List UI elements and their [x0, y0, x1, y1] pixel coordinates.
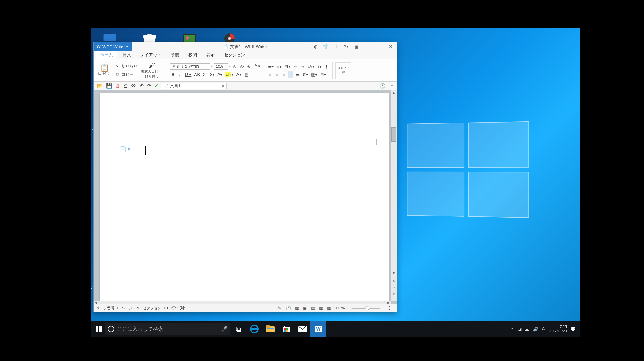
copy-icon[interactable]: ⧉: [115, 71, 120, 78]
strike-button[interactable]: AB: [193, 71, 201, 78]
qat-right-icon-1[interactable]: 🕒: [379, 83, 386, 89]
increase-indent-button[interactable]: ⇥: [299, 63, 305, 70]
superscript-button[interactable]: X²: [202, 71, 208, 78]
save-icon[interactable]: 💾: [105, 83, 113, 89]
export-pdf-icon[interactable]: ⎙: [115, 83, 120, 89]
align-justify-button[interactable]: ≣: [288, 71, 293, 78]
close-button[interactable]: ✕: [387, 44, 394, 49]
decrease-indent-button[interactable]: ⇤: [293, 63, 298, 70]
char-shading-button[interactable]: A▾: [236, 71, 242, 78]
status-section[interactable]: セクション: 1/1: [143, 306, 168, 311]
scroll-right-icon[interactable]: ▶: [387, 301, 390, 304]
sort-button[interactable]: ↕▾: [317, 63, 323, 70]
zoom-out-button[interactable]: −: [347, 306, 349, 310]
underline-button[interactable]: U ▾: [184, 71, 192, 78]
scroll-up-icon[interactable]: ▲: [391, 90, 397, 95]
titlebar-icon-3[interactable]: ⁝: [332, 44, 340, 49]
zoom-slider[interactable]: [351, 308, 380, 309]
grow-font-icon[interactable]: A▴: [232, 63, 238, 70]
page[interactable]: 📄 ▾: [100, 93, 389, 301]
qat-right-icon-2[interactable]: ↗: [389, 83, 394, 89]
dropdown-icon[interactable]: ▾: [211, 65, 213, 68]
fit-width-icon[interactable]: ⛶: [388, 305, 394, 311]
view-print-icon[interactable]: ▦: [294, 305, 300, 311]
font-name-select[interactable]: ＭＳ 明朝 (本文): [170, 63, 210, 70]
cut-icon[interactable]: ✂: [115, 63, 120, 70]
prev-page-icon[interactable]: ∧: [391, 278, 397, 284]
tab-reference[interactable]: 参照: [167, 51, 183, 59]
subscript-button[interactable]: X₂: [209, 71, 215, 78]
desktop[interactable]: コ Acr WPS Writer ▾ 📄 文書1 - WPS Writer ◐ …: [91, 28, 580, 337]
dropdown-icon[interactable]: ▾: [229, 65, 231, 68]
taskbar-clock[interactable]: 7:25 2017/11/23: [548, 325, 567, 333]
tray-onedrive-icon[interactable]: ☁: [525, 326, 529, 332]
document-tab[interactable]: 📄文書1 ×: [161, 83, 227, 89]
browse-object-icon[interactable]: ○: [391, 285, 397, 290]
taskbar-explorer[interactable]: [262, 321, 278, 337]
taskbar-search[interactable]: ここに入力して検索 🎤: [105, 323, 230, 335]
view-web-icon[interactable]: ▣: [302, 305, 308, 311]
status-position[interactable]: 行: 1 列: 1: [171, 306, 188, 311]
next-page-icon[interactable]: ∨: [391, 291, 397, 296]
status-language-icon[interactable]: 🕐: [285, 305, 292, 311]
tray-network-icon[interactable]: ◢: [518, 326, 521, 332]
minimize-button[interactable]: —: [366, 44, 374, 49]
tray-volume-icon[interactable]: 🔊: [533, 326, 538, 332]
scroll-left-icon[interactable]: ◀: [95, 301, 97, 304]
tab-view[interactable]: 表示: [202, 51, 219, 59]
print-icon[interactable]: 🖨: [122, 83, 129, 89]
borders-button[interactable]: ⊞▾: [319, 71, 327, 78]
taskbar-mail[interactable]: [294, 321, 310, 337]
clear-format-icon[interactable]: ◈: [246, 63, 252, 70]
help-icon[interactable]: ?▾: [343, 44, 350, 49]
microphone-icon[interactable]: 🎤: [221, 326, 227, 332]
scroll-thumb[interactable]: [391, 127, 396, 142]
horizontal-scrollbar[interactable]: ◀ ▶: [94, 301, 391, 304]
undo-icon[interactable]: ↶: [139, 83, 144, 89]
phonetic-guide-icon[interactable]: 字▾: [253, 63, 261, 70]
bullets-button[interactable]: ☰▾: [267, 63, 275, 70]
tab-layout[interactable]: レイアウト: [136, 51, 166, 59]
font-color-button[interactable]: A▾: [216, 71, 223, 78]
bold-button[interactable]: B: [170, 71, 176, 78]
align-left-button[interactable]: ≡: [267, 71, 273, 78]
tray-overflow-icon[interactable]: ＾: [510, 326, 514, 332]
task-view-button[interactable]: ⧉: [230, 321, 246, 337]
taskbar-edge[interactable]: [246, 321, 262, 337]
view-outline-icon[interactable]: ▤: [310, 305, 316, 311]
format-painter-group[interactable]: 🖌 書式のコピー/ 貼り付け: [139, 60, 164, 81]
align-center-button[interactable]: ≡: [274, 71, 280, 78]
show-marks-button[interactable]: ¶: [324, 63, 329, 70]
zoom-value[interactable]: 100 %: [334, 306, 345, 310]
tray-ime-icon[interactable]: A: [542, 326, 545, 332]
zoom-in-button[interactable]: ＋: [382, 306, 386, 311]
scroll-down-icon[interactable]: ▼: [391, 270, 397, 276]
taskbar-store[interactable]: [278, 321, 294, 337]
distribute-button[interactable]: ☰: [295, 71, 300, 78]
action-center-icon[interactable]: 💬: [570, 326, 576, 332]
shading-button[interactable]: ▦▾: [310, 71, 318, 78]
tab-review[interactable]: 校閲: [184, 51, 201, 59]
status-page[interactable]: ページ: 1/1: [121, 306, 140, 311]
new-tab-button[interactable]: ＋: [228, 83, 235, 89]
titlebar[interactable]: WPS Writer ▾ 📄 文書1 - WPS Writer ◐ 👕 ⁝ ?▾…: [94, 42, 397, 51]
status-page-number[interactable]: ページ番号: 1: [96, 306, 118, 311]
line-spacing-button[interactable]: ⇵▾: [301, 71, 309, 78]
align-right-button[interactable]: ≡: [281, 71, 287, 78]
ribbon-collapse-icon[interactable]: ▣: [353, 44, 360, 49]
vertical-scrollbar[interactable]: ▲ ▼ ∧ ○ ∨: [391, 90, 397, 301]
tab-home[interactable]: ホーム: [96, 51, 117, 59]
spellcheck-icon[interactable]: ✓: [154, 83, 159, 89]
start-button[interactable]: [93, 323, 105, 335]
font-size-select[interactable]: 10.5: [214, 63, 228, 70]
paste-icon[interactable]: 📋: [99, 65, 110, 71]
tab-section[interactable]: セクション: [220, 51, 249, 59]
status-spellcheck-icon[interactable]: ✎: [277, 305, 283, 311]
multilevel-button[interactable]: ⊟▾: [284, 63, 291, 70]
numbering-button[interactable]: ≡▾: [276, 63, 283, 70]
style-gallery-item[interactable]: AaBbC 標: [335, 62, 351, 79]
char-border-button[interactable]: ▦: [243, 71, 249, 78]
italic-button[interactable]: I: [177, 71, 183, 78]
titlebar-icon-2[interactable]: 👕: [322, 44, 329, 49]
tab-insert[interactable]: 挿入: [118, 51, 135, 59]
